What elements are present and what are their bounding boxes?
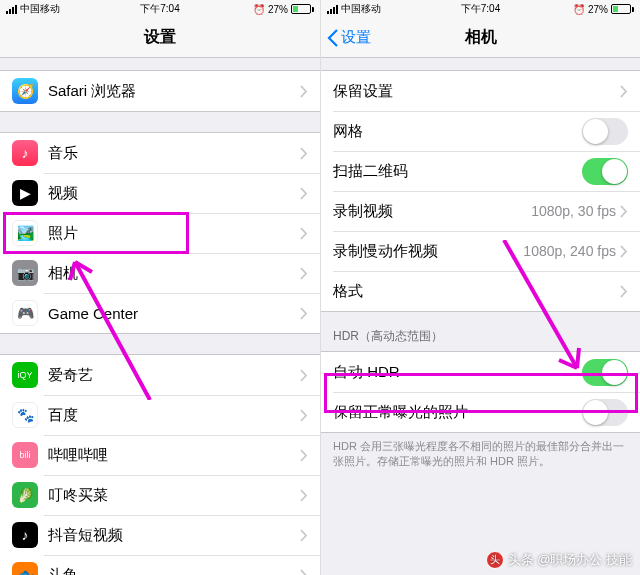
app-icon: 🥬: [12, 482, 38, 508]
chevron-left-icon: [327, 29, 339, 47]
section-footer-hdr: HDR 会用三张曝光程度各不相同的照片的最佳部分合并出一张照片。存储正常曝光的照…: [321, 433, 640, 470]
row-auto-hdr[interactable]: 自动 HDR: [321, 352, 640, 392]
row-format[interactable]: 格式: [321, 271, 640, 311]
toggle-auto-hdr[interactable]: [582, 359, 628, 386]
row-photos[interactable]: 🏞️ 照片: [0, 213, 320, 253]
row-label: 格式: [333, 282, 620, 301]
watermark: 头 头条 @职场办公.技能: [486, 551, 632, 569]
row-baidu[interactable]: 🐾 百度: [0, 395, 320, 435]
section-header-hdr: HDR（高动态范围）: [321, 312, 640, 351]
chevron-right-icon: [620, 285, 628, 298]
safari-icon: 🧭: [12, 78, 38, 104]
signal-icon: [6, 5, 17, 14]
watermark-avatar-icon: 头: [486, 551, 504, 569]
row-grid[interactable]: 网格: [321, 111, 640, 151]
chevron-right-icon: [300, 529, 308, 542]
nav-bar: 设置: [0, 18, 320, 58]
row-value: 1080p, 30 fps: [531, 203, 616, 219]
camera-icon: 📷: [12, 260, 38, 286]
row-value: 1080p, 240 fps: [523, 243, 616, 259]
chevron-right-icon: [300, 569, 308, 576]
status-bar: 中国移动 下午7:04 ⏰ 27%: [321, 0, 640, 18]
chevron-right-icon: [620, 85, 628, 98]
row-bilibili[interactable]: bili 哔哩哔哩: [0, 435, 320, 475]
row-label: 叮咚买菜: [48, 486, 300, 505]
app-icon: 🐟: [12, 562, 38, 575]
battery-pct: 27%: [588, 4, 608, 15]
row-label: 网格: [333, 122, 582, 141]
row-dingdong[interactable]: 🥬 叮咚买菜: [0, 475, 320, 515]
chevron-right-icon: [300, 147, 308, 160]
alarm-icon: ⏰: [573, 4, 585, 15]
video-icon: ▶: [12, 180, 38, 206]
battery-icon: [291, 4, 314, 14]
clock: 下午7:04: [461, 2, 500, 16]
row-label: 斗鱼: [48, 566, 300, 576]
row-label: 视频: [48, 184, 300, 203]
row-safari[interactable]: 🧭 Safari 浏览器: [0, 71, 320, 111]
row-keep-normal-photo[interactable]: 保留正常曝光的照片: [321, 392, 640, 432]
gamecenter-icon: 🎮: [12, 300, 38, 326]
music-icon: ♪: [12, 140, 38, 166]
row-iqiyi[interactable]: iQY 爱奇艺: [0, 355, 320, 395]
chevron-right-icon: [300, 409, 308, 422]
chevron-right-icon: [300, 85, 308, 98]
row-keep-settings[interactable]: 保留设置: [321, 71, 640, 111]
row-label: 爱奇艺: [48, 366, 300, 385]
row-video[interactable]: ▶ 视频: [0, 173, 320, 213]
clock: 下午7:04: [140, 2, 179, 16]
chevron-right-icon: [300, 369, 308, 382]
alarm-icon: ⏰: [253, 4, 265, 15]
row-label: 扫描二维码: [333, 162, 582, 181]
toggle-grid[interactable]: [582, 118, 628, 145]
chevron-right-icon: [300, 489, 308, 502]
page-title: 设置: [144, 27, 176, 48]
chevron-right-icon: [300, 267, 308, 280]
row-camera[interactable]: 📷 相机: [0, 253, 320, 293]
row-label: 自动 HDR: [333, 363, 582, 382]
row-label: Safari 浏览器: [48, 82, 300, 101]
signal-icon: [327, 5, 338, 14]
carrier: 中国移动: [20, 2, 60, 16]
row-douyin[interactable]: ♪ 抖音短视频: [0, 515, 320, 555]
row-music[interactable]: ♪ 音乐: [0, 133, 320, 173]
row-label: 录制视频: [333, 202, 531, 221]
status-bar: 中国移动 下午7:04 ⏰ 27%: [0, 0, 320, 18]
chevron-right-icon: [620, 205, 628, 218]
page-title: 相机: [465, 27, 497, 48]
watermark-text: 头条 @职场办公.技能: [508, 551, 632, 569]
back-label: 设置: [341, 28, 371, 47]
row-scan-qr[interactable]: 扫描二维码: [321, 151, 640, 191]
battery-icon: [611, 4, 634, 14]
row-douyu[interactable]: 🐟 斗鱼: [0, 555, 320, 575]
carrier: 中国移动: [341, 2, 381, 16]
chevron-right-icon: [300, 449, 308, 462]
row-label: 音乐: [48, 144, 300, 163]
row-record-slomo[interactable]: 录制慢动作视频 1080p, 240 fps: [321, 231, 640, 271]
row-label: 相机: [48, 264, 300, 283]
row-label: 保留设置: [333, 82, 620, 101]
app-icon: 🐾: [12, 402, 38, 428]
toggle-scan-qr[interactable]: [582, 158, 628, 185]
row-label: 照片: [48, 224, 300, 243]
battery-pct: 27%: [268, 4, 288, 15]
nav-bar: 设置 相机: [321, 18, 640, 58]
chevron-right-icon: [620, 245, 628, 258]
app-icon: bili: [12, 442, 38, 468]
photos-icon: 🏞️: [12, 220, 38, 246]
row-label: 哔哩哔哩: [48, 446, 300, 465]
app-icon: iQY: [12, 362, 38, 388]
row-label: 录制慢动作视频: [333, 242, 523, 261]
row-gamecenter[interactable]: 🎮 Game Center: [0, 293, 320, 333]
row-label: 保留正常曝光的照片: [333, 403, 582, 422]
chevron-right-icon: [300, 187, 308, 200]
back-button[interactable]: 设置: [327, 18, 371, 57]
chevron-right-icon: [300, 307, 308, 320]
app-icon: ♪: [12, 522, 38, 548]
chevron-right-icon: [300, 227, 308, 240]
toggle-keep-normal-photo[interactable]: [582, 399, 628, 426]
row-record-video[interactable]: 录制视频 1080p, 30 fps: [321, 191, 640, 231]
row-label: 百度: [48, 406, 300, 425]
row-label: Game Center: [48, 305, 300, 322]
row-label: 抖音短视频: [48, 526, 300, 545]
